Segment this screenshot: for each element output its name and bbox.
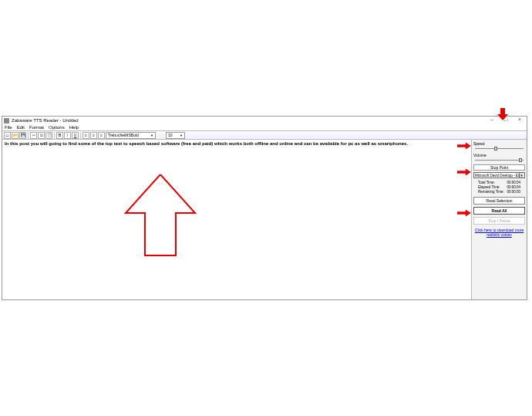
sidebar-panel: Speed Volume Stop Point Microsoft David …	[471, 140, 527, 299]
remaining-time-label: Remaining Time:	[478, 190, 504, 194]
menu-options[interactable]: Options	[49, 125, 65, 130]
close-button[interactable]: ×	[516, 117, 524, 122]
volume-label: Volume	[473, 153, 525, 157]
menu-edit[interactable]: Edit	[17, 125, 25, 130]
voice-select-value: Microsoft David Desktop - English	[475, 174, 519, 178]
document-textarea[interactable]: In this post you will going to find some…	[2, 140, 471, 299]
font-size-value: 10	[168, 133, 173, 137]
underline-button[interactable]: U	[72, 132, 79, 139]
minimize-button[interactable]: –	[488, 117, 496, 122]
separator	[80, 132, 81, 139]
italic-button[interactable]: I	[64, 132, 71, 139]
stop-point-label: Stop Point	[473, 164, 525, 171]
save-button[interactable]: 💾	[19, 132, 26, 139]
cut-button[interactable]: ✂	[30, 132, 37, 139]
font-select[interactable]: TrebuchetMSBold ▼	[106, 132, 156, 139]
annotation-arrow-icon	[457, 142, 471, 150]
read-all-button[interactable]: Read All	[473, 207, 525, 215]
speed-slider[interactable]	[473, 147, 525, 151]
copy-button[interactable]: ⧉	[38, 132, 45, 139]
chevron-down-icon: ▼	[180, 134, 183, 137]
app-window: Zabaware TTS Reader - Untitled – □ × Fil…	[2, 116, 527, 300]
menu-help[interactable]: Help	[69, 125, 79, 130]
read-selection-button[interactable]: Read Selection	[473, 197, 525, 205]
menu-format[interactable]: Format	[29, 125, 44, 130]
voice-select[interactable]: Microsoft David Desktop - English ▼	[473, 172, 525, 178]
annotation-arrow-icon	[457, 209, 471, 217]
content-area: In this post you will going to find some…	[2, 140, 527, 299]
annotation-down-arrow-icon	[497, 108, 508, 120]
menubar: File Edit Format Options Help	[2, 124, 527, 130]
titlebar: Zabaware TTS Reader - Untitled – □ ×	[2, 117, 527, 124]
annotation-arrow-icon	[457, 168, 471, 176]
annotation-up-arrow	[122, 174, 199, 259]
font-size-select[interactable]: 10 ▼	[166, 132, 185, 139]
font-select-value: TrebuchetMSBold	[108, 133, 139, 137]
separator	[54, 132, 55, 139]
remaining-time-value: 00:00:00	[507, 190, 520, 194]
download-voices-link[interactable]: Click here to download more realistic vo…	[473, 228, 525, 237]
new-button[interactable]: ▭	[4, 132, 11, 139]
speed-label: Speed	[473, 141, 525, 146]
menu-file[interactable]: File	[5, 125, 12, 130]
chevron-down-icon: ▼	[150, 134, 153, 137]
toolbar: ▭ 📂 💾 ✂ ⧉ 📋 B I U ≡ ≡ ≡ TrebuchetMSBold …	[2, 130, 527, 140]
open-button[interactable]: 📂	[12, 132, 19, 139]
document-body: In this post you will going to find some…	[5, 141, 408, 146]
align-left-button[interactable]: ≡	[82, 132, 89, 139]
paste-button[interactable]: 📋	[45, 132, 52, 139]
volume-slider[interactable]	[473, 158, 525, 163]
bold-button[interactable]: B	[56, 132, 63, 139]
time-info: Total Time:00:00:04 Elapsed Time:00:00:0…	[473, 181, 525, 194]
slider-thumb[interactable]	[519, 158, 522, 162]
app-title: Zabaware TTS Reader - Untitled	[12, 118, 79, 123]
stop-pause-button[interactable]: Stop / Pause	[473, 217, 525, 225]
chevron-down-icon: ▼	[519, 173, 524, 178]
slider-track	[475, 148, 524, 149]
app-icon	[4, 118, 9, 123]
separator	[28, 132, 29, 139]
align-center-button[interactable]: ≡	[90, 132, 97, 139]
slider-track	[475, 160, 524, 161]
slider-thumb[interactable]	[494, 147, 497, 151]
align-right-button[interactable]: ≡	[98, 132, 105, 139]
